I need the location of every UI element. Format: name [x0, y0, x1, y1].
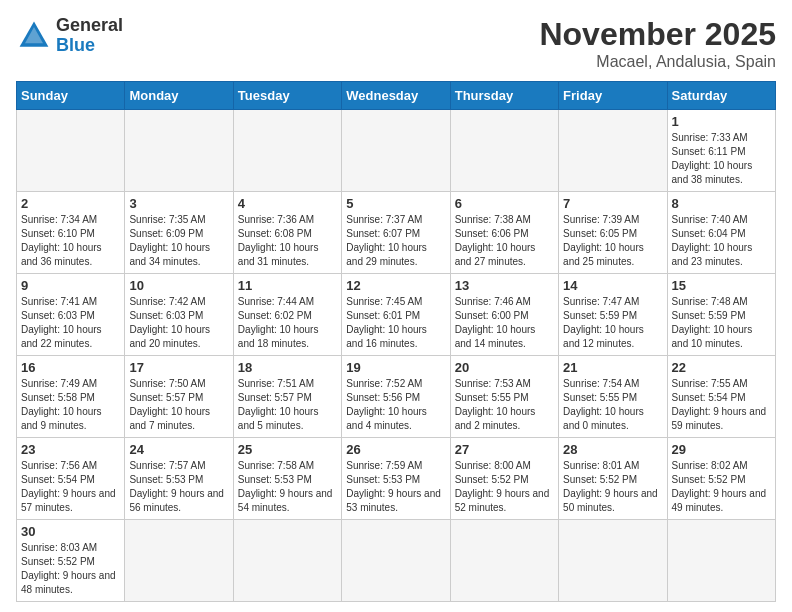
day-info: Sunrise: 7:51 AM Sunset: 5:57 PM Dayligh…: [238, 377, 337, 433]
day-info: Sunrise: 7:42 AM Sunset: 6:03 PM Dayligh…: [129, 295, 228, 351]
calendar-cell: 25Sunrise: 7:58 AM Sunset: 5:53 PM Dayli…: [233, 438, 341, 520]
day-number: 15: [672, 278, 771, 293]
day-info: Sunrise: 7:34 AM Sunset: 6:10 PM Dayligh…: [21, 213, 120, 269]
day-number: 6: [455, 196, 554, 211]
day-number: 17: [129, 360, 228, 375]
day-number: 3: [129, 196, 228, 211]
calendar-cell: 10Sunrise: 7:42 AM Sunset: 6:03 PM Dayli…: [125, 274, 233, 356]
day-info: Sunrise: 7:44 AM Sunset: 6:02 PM Dayligh…: [238, 295, 337, 351]
day-info: Sunrise: 7:55 AM Sunset: 5:54 PM Dayligh…: [672, 377, 771, 433]
day-info: Sunrise: 8:01 AM Sunset: 5:52 PM Dayligh…: [563, 459, 662, 515]
calendar-cell: [559, 520, 667, 602]
title-block: November 2025 Macael, Andalusia, Spain: [539, 16, 776, 71]
calendar-cell: 21Sunrise: 7:54 AM Sunset: 5:55 PM Dayli…: [559, 356, 667, 438]
logo-icon: [16, 18, 52, 54]
logo: GeneralBlue: [16, 16, 123, 56]
calendar-cell: 19Sunrise: 7:52 AM Sunset: 5:56 PM Dayli…: [342, 356, 450, 438]
calendar-cell: [233, 110, 341, 192]
day-info: Sunrise: 7:57 AM Sunset: 5:53 PM Dayligh…: [129, 459, 228, 515]
day-number: 19: [346, 360, 445, 375]
calendar-cell: 4Sunrise: 7:36 AM Sunset: 6:08 PM Daylig…: [233, 192, 341, 274]
day-info: Sunrise: 7:33 AM Sunset: 6:11 PM Dayligh…: [672, 131, 771, 187]
calendar-cell: 6Sunrise: 7:38 AM Sunset: 6:06 PM Daylig…: [450, 192, 558, 274]
calendar-cell: [342, 520, 450, 602]
day-number: 7: [563, 196, 662, 211]
calendar-cell: 26Sunrise: 7:59 AM Sunset: 5:53 PM Dayli…: [342, 438, 450, 520]
day-number: 24: [129, 442, 228, 457]
page-header: GeneralBlue November 2025 Macael, Andalu…: [16, 16, 776, 71]
calendar-cell: 14Sunrise: 7:47 AM Sunset: 5:59 PM Dayli…: [559, 274, 667, 356]
day-number: 21: [563, 360, 662, 375]
calendar-cell: 7Sunrise: 7:39 AM Sunset: 6:05 PM Daylig…: [559, 192, 667, 274]
calendar-cell: 9Sunrise: 7:41 AM Sunset: 6:03 PM Daylig…: [17, 274, 125, 356]
calendar-cell: 2Sunrise: 7:34 AM Sunset: 6:10 PM Daylig…: [17, 192, 125, 274]
calendar-cell: 13Sunrise: 7:46 AM Sunset: 6:00 PM Dayli…: [450, 274, 558, 356]
calendar-cell: [667, 520, 775, 602]
calendar-cell: 24Sunrise: 7:57 AM Sunset: 5:53 PM Dayli…: [125, 438, 233, 520]
day-number: 4: [238, 196, 337, 211]
weekday-header: Tuesday: [233, 82, 341, 110]
day-number: 13: [455, 278, 554, 293]
day-info: Sunrise: 7:36 AM Sunset: 6:08 PM Dayligh…: [238, 213, 337, 269]
calendar-week-row: 23Sunrise: 7:56 AM Sunset: 5:54 PM Dayli…: [17, 438, 776, 520]
day-number: 11: [238, 278, 337, 293]
calendar-cell: 1Sunrise: 7:33 AM Sunset: 6:11 PM Daylig…: [667, 110, 775, 192]
calendar-cell: 12Sunrise: 7:45 AM Sunset: 6:01 PM Dayli…: [342, 274, 450, 356]
day-info: Sunrise: 7:37 AM Sunset: 6:07 PM Dayligh…: [346, 213, 445, 269]
day-number: 2: [21, 196, 120, 211]
day-number: 28: [563, 442, 662, 457]
day-number: 5: [346, 196, 445, 211]
calendar-week-row: 1Sunrise: 7:33 AM Sunset: 6:11 PM Daylig…: [17, 110, 776, 192]
weekday-header: Saturday: [667, 82, 775, 110]
day-number: 29: [672, 442, 771, 457]
day-number: 1: [672, 114, 771, 129]
calendar-cell: [125, 110, 233, 192]
calendar-cell: [559, 110, 667, 192]
calendar-cell: 30Sunrise: 8:03 AM Sunset: 5:52 PM Dayli…: [17, 520, 125, 602]
calendar-cell: 11Sunrise: 7:44 AM Sunset: 6:02 PM Dayli…: [233, 274, 341, 356]
calendar: SundayMondayTuesdayWednesdayThursdayFrid…: [16, 81, 776, 602]
day-number: 30: [21, 524, 120, 539]
calendar-cell: [450, 520, 558, 602]
day-number: 9: [21, 278, 120, 293]
day-number: 12: [346, 278, 445, 293]
day-info: Sunrise: 7:39 AM Sunset: 6:05 PM Dayligh…: [563, 213, 662, 269]
calendar-cell: 22Sunrise: 7:55 AM Sunset: 5:54 PM Dayli…: [667, 356, 775, 438]
day-number: 14: [563, 278, 662, 293]
weekday-header: Sunday: [17, 82, 125, 110]
day-info: Sunrise: 7:54 AM Sunset: 5:55 PM Dayligh…: [563, 377, 662, 433]
calendar-cell: 18Sunrise: 7:51 AM Sunset: 5:57 PM Dayli…: [233, 356, 341, 438]
calendar-cell: 5Sunrise: 7:37 AM Sunset: 6:07 PM Daylig…: [342, 192, 450, 274]
day-info: Sunrise: 7:50 AM Sunset: 5:57 PM Dayligh…: [129, 377, 228, 433]
day-info: Sunrise: 7:47 AM Sunset: 5:59 PM Dayligh…: [563, 295, 662, 351]
calendar-week-row: 30Sunrise: 8:03 AM Sunset: 5:52 PM Dayli…: [17, 520, 776, 602]
calendar-cell: 3Sunrise: 7:35 AM Sunset: 6:09 PM Daylig…: [125, 192, 233, 274]
day-info: Sunrise: 7:35 AM Sunset: 6:09 PM Dayligh…: [129, 213, 228, 269]
day-info: Sunrise: 7:38 AM Sunset: 6:06 PM Dayligh…: [455, 213, 554, 269]
calendar-cell: 28Sunrise: 8:01 AM Sunset: 5:52 PM Dayli…: [559, 438, 667, 520]
day-info: Sunrise: 7:58 AM Sunset: 5:53 PM Dayligh…: [238, 459, 337, 515]
day-number: 18: [238, 360, 337, 375]
calendar-week-row: 16Sunrise: 7:49 AM Sunset: 5:58 PM Dayli…: [17, 356, 776, 438]
day-info: Sunrise: 7:48 AM Sunset: 5:59 PM Dayligh…: [672, 295, 771, 351]
day-info: Sunrise: 8:00 AM Sunset: 5:52 PM Dayligh…: [455, 459, 554, 515]
calendar-cell: [17, 110, 125, 192]
day-info: Sunrise: 7:59 AM Sunset: 5:53 PM Dayligh…: [346, 459, 445, 515]
calendar-week-row: 2Sunrise: 7:34 AM Sunset: 6:10 PM Daylig…: [17, 192, 776, 274]
weekday-header: Wednesday: [342, 82, 450, 110]
calendar-header-row: SundayMondayTuesdayWednesdayThursdayFrid…: [17, 82, 776, 110]
calendar-cell: 16Sunrise: 7:49 AM Sunset: 5:58 PM Dayli…: [17, 356, 125, 438]
day-info: Sunrise: 8:03 AM Sunset: 5:52 PM Dayligh…: [21, 541, 120, 597]
day-info: Sunrise: 7:52 AM Sunset: 5:56 PM Dayligh…: [346, 377, 445, 433]
day-info: Sunrise: 7:53 AM Sunset: 5:55 PM Dayligh…: [455, 377, 554, 433]
day-info: Sunrise: 7:49 AM Sunset: 5:58 PM Dayligh…: [21, 377, 120, 433]
month-title: November 2025: [539, 16, 776, 53]
calendar-cell: [342, 110, 450, 192]
day-info: Sunrise: 7:45 AM Sunset: 6:01 PM Dayligh…: [346, 295, 445, 351]
calendar-cell: [450, 110, 558, 192]
day-info: Sunrise: 8:02 AM Sunset: 5:52 PM Dayligh…: [672, 459, 771, 515]
day-info: Sunrise: 7:56 AM Sunset: 5:54 PM Dayligh…: [21, 459, 120, 515]
calendar-cell: 23Sunrise: 7:56 AM Sunset: 5:54 PM Dayli…: [17, 438, 125, 520]
calendar-cell: 8Sunrise: 7:40 AM Sunset: 6:04 PM Daylig…: [667, 192, 775, 274]
day-number: 20: [455, 360, 554, 375]
